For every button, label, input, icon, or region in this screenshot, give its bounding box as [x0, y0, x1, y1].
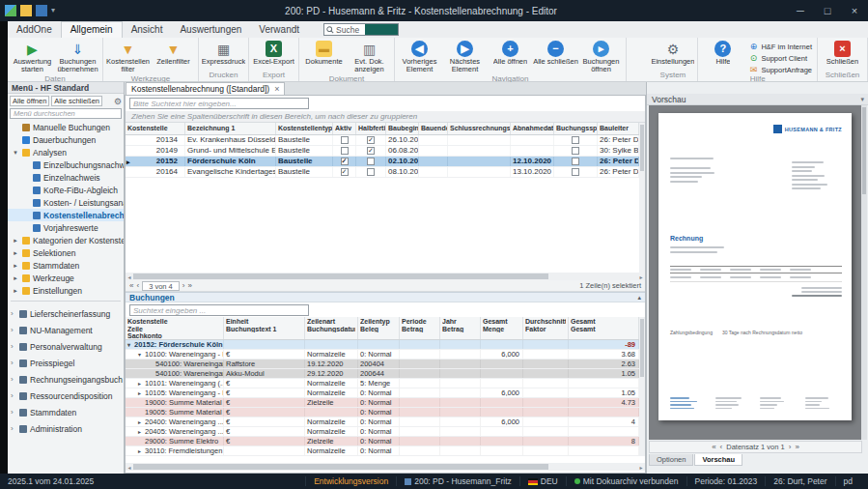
- tab-auswertungen[interactable]: Auswertungen: [171, 22, 250, 38]
- chevron-down-icon[interactable]: ▾: [860, 96, 864, 103]
- table-row[interactable]: 20134Ev. Krankenhaus Düsseldorf Gm...Bau…: [126, 135, 639, 146]
- tab-allgemein[interactable]: Allgemein: [61, 21, 123, 38]
- booking-row[interactable]: ▸10105: Wareneingang - R...€Normalzeile0…: [126, 388, 639, 398]
- booking-column-header[interactable]: ZeilenartBuchungsdatum: [305, 317, 358, 339]
- scroll-left-icon[interactable]: ◂: [126, 273, 133, 280]
- booking-column-header[interactable]: EinheitBuchungstext 1: [224, 317, 305, 339]
- booking-row[interactable]: 19000: Summe Material€Zielzeile0: Normal…: [126, 398, 639, 408]
- zeilenfilter-button[interactable]: ▼Zeilenfilter: [151, 39, 196, 66]
- booking-row[interactable]: ▸10101: Wareneingang (...€Normalzeile5: …: [126, 379, 639, 388]
- expander-icon[interactable]: ▸: [12, 249, 19, 257]
- collapse-panel-icon[interactable]: ▴: [637, 294, 641, 302]
- scroll-right-icon[interactable]: ▸: [637, 464, 645, 471]
- sidebar-item-vorjahreswerte[interactable]: Vorjahreswerte: [8, 221, 124, 234]
- column-header-abnahmedatum[interactable]: Abnahmedatum: [511, 123, 554, 134]
- scroll-right-icon[interactable]: ▸: [637, 273, 645, 280]
- horizontal-scrollbar[interactable]: ◂ ▸: [126, 463, 645, 471]
- sidebar-item-einstellungen[interactable]: ▸Einstellungen: [8, 284, 124, 297]
- sidebar-module-personalverwaltung[interactable]: ›Personalverwaltung: [8, 338, 124, 355]
- booking-column-header[interactable]: GesamtMenge: [481, 317, 523, 339]
- column-header-bauleiter[interactable]: Bauleiter: [598, 123, 639, 134]
- kostenstellenfilter-button[interactable]: ▼Kostenstellenfilter: [105, 39, 151, 74]
- group-by-bar[interactable]: Ziehen Sie eine Spaltenüberschrift in di…: [126, 111, 645, 123]
- sidebar-item-einzelbuchungsnachweis[interactable]: Einzelbuchungsnachweis: [8, 158, 124, 171]
- checkbox[interactable]: ✓: [341, 158, 349, 165]
- sidebar-module-administration[interactable]: ›Administration: [8, 420, 124, 437]
- scroll-left-icon[interactable]: ◂: [126, 464, 133, 471]
- vertical-scrollbar[interactable]: [861, 105, 867, 440]
- expander-icon[interactable]: ▾: [127, 341, 134, 349]
- scrollbar-thumb[interactable]: [133, 273, 548, 279]
- sidebar-item-kostenstellenabrechnung[interactable]: Kostenstellenabrechnung: [8, 209, 124, 221]
- expander-icon[interactable]: ▾: [138, 351, 145, 359]
- einstellungen-button[interactable]: ⚙Einstellungen: [650, 39, 695, 66]
- booking-row[interactable]: ▾20152: Förderschule Köln-89: [126, 340, 639, 350]
- scrollbar-thumb[interactable]: [640, 125, 644, 171]
- booking-column-header[interactable]: PeriodeBetrag: [400, 317, 440, 339]
- sidebar-item-kore-fibu-abgleich[interactable]: KoRe-FiBu-Abgleich: [8, 184, 124, 196]
- column-header-schlussrechnungsdatum[interactable]: Schlussrechnungsdatum: [448, 123, 511, 134]
- vertical-scrollbar[interactable]: [639, 123, 645, 273]
- column-header-halbfertig[interactable]: Halbfertig: [356, 123, 386, 134]
- expand-all-button[interactable]: Alle öffnen: [10, 96, 49, 106]
- sidebar-module-rechnungseingangsbuch[interactable]: ›Rechnungseingangsbuch: [8, 371, 124, 388]
- last-record-button[interactable]: »: [795, 443, 798, 451]
- sidebar-item-kosten-leistungsanalyse[interactable]: Kosten- / Leistungsanalyse: [8, 196, 124, 209]
- next-record-button[interactable]: ›: [789, 443, 792, 451]
- preview-tab-optionen[interactable]: Optionen: [649, 454, 693, 466]
- booking-column-header[interactable]: ZeilentypBeleg: [358, 317, 400, 339]
- expander-icon[interactable]: ▸: [12, 237, 19, 244]
- vorheriges-element-button[interactable]: ◀Vorheriges Element: [397, 39, 442, 74]
- expressdruck-button[interactable]: ▦Expressdruck: [201, 39, 246, 66]
- column-header-kostenstellentyp[interactable]: Kostenstellentyp: [276, 123, 333, 134]
- sidebar-module-stammdaten[interactable]: ›Stammdaten: [8, 404, 124, 420]
- previous-record-button[interactable]: ‹: [136, 281, 139, 290]
- column-header-buchungssperre[interactable]: Buchungssperre: [554, 123, 598, 134]
- booking-column-header[interactable]: KostenstelleZeileSachkonto: [126, 317, 224, 339]
- booking-row[interactable]: ▾10100: Wareneingang - R...€Normalzeile0…: [126, 350, 639, 360]
- alle-schließen-button[interactable]: −Alle schließen: [533, 39, 578, 66]
- sidebar-module-lieferscheinerfassung[interactable]: ›Lieferscheinerfassung: [8, 305, 124, 322]
- document-tab[interactable]: Kostenstellenabrechnung ([Standard]) ×: [126, 82, 285, 95]
- sidebar-item-werkzeuge[interactable]: ▸Werkzeuge: [8, 272, 124, 284]
- alle-öffnen-button[interactable]: +Alle öffnen: [488, 39, 533, 66]
- collapse-all-button[interactable]: Alle schließen: [51, 96, 102, 106]
- last-record-button[interactable]: »: [187, 281, 191, 290]
- sidebar-item-einzelnachweis[interactable]: Einzelnachweis: [8, 171, 124, 184]
- booking-column-header[interactable]: GesamtGesamt: [569, 317, 639, 339]
- checkbox[interactable]: [367, 168, 375, 176]
- sidebar-module-ressourcendisposition[interactable]: ›Ressourcendisposition: [8, 388, 124, 404]
- sidebar-item-stammdaten[interactable]: ▸Stammdaten: [8, 259, 124, 272]
- scrollbar-thumb[interactable]: [640, 319, 644, 377]
- schließen-button[interactable]: ×Schließen: [820, 39, 865, 66]
- expander-icon[interactable]: ▸: [138, 389, 145, 397]
- checkbox[interactable]: [367, 158, 375, 165]
- checkbox[interactable]: ✓: [341, 168, 349, 176]
- table-row[interactable]: 20149Grund- und Mittelschule EiserfeldBa…: [126, 146, 639, 157]
- expander-icon[interactable]: ▸: [138, 380, 145, 388]
- preview-header[interactable]: Vorschau ▾: [647, 94, 868, 105]
- buchungen-übernehmen-button[interactable]: ⇓Buchungen übernehmen: [55, 39, 100, 74]
- checkbox[interactable]: ✓: [367, 136, 375, 144]
- supportanfrage-button[interactable]: ✉SupportAnfrage: [748, 65, 812, 74]
- next-record-button[interactable]: ›: [182, 281, 185, 290]
- booking-row[interactable]: ▸20405: Wareneingang ...€Normalzeile0: N…: [126, 427, 639, 437]
- close-tab-icon[interactable]: ×: [274, 84, 279, 94]
- booking-row[interactable]: ▸20400: Wareneingang ...€Normalzeile0: N…: [126, 417, 639, 427]
- checkbox[interactable]: [341, 147, 349, 155]
- checkbox[interactable]: [572, 147, 579, 155]
- tab-verwandt[interactable]: Verwandt: [250, 22, 308, 38]
- booking-row[interactable]: 19005: Summe Material (...€0: Normal: [126, 408, 639, 417]
- dokumente-button[interactable]: ▬Dokumente: [301, 39, 347, 66]
- scrollbar-thumb[interactable]: [862, 107, 866, 194]
- booking-row[interactable]: ▸30110: Fremdleistungen ...Normalzeile0:…: [126, 446, 639, 456]
- expander-icon[interactable]: ▸: [12, 287, 19, 295]
- expander-icon[interactable]: ▸: [12, 274, 19, 282]
- bookings-panel-header[interactable]: Buchungen ▴: [126, 292, 645, 302]
- save-icon[interactable]: [36, 5, 47, 16]
- tab-addone[interactable]: AddOne: [8, 22, 61, 38]
- auswertung-starten-button[interactable]: ▶Auswertung starten: [10, 39, 55, 74]
- expander-icon[interactable]: ▾: [12, 149, 19, 157]
- ribbon-search-input[interactable]: Suche: [323, 23, 399, 36]
- sidebar-module-nu-management[interactable]: ›NU-Management: [8, 322, 124, 338]
